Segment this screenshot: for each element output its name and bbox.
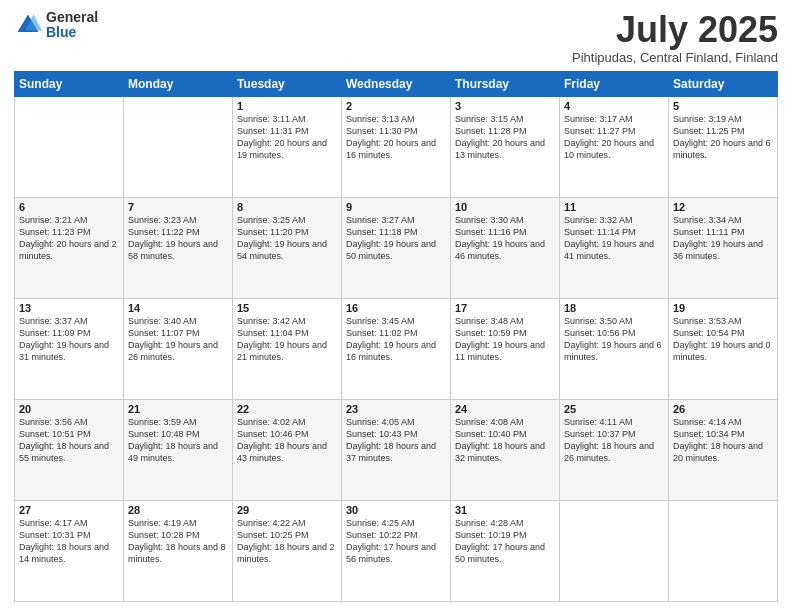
calendar-cell: 9Sunrise: 3:27 AM Sunset: 11:18 PM Dayli… (342, 197, 451, 298)
day-number: 5 (673, 100, 773, 112)
calendar-header-sunday: Sunday (15, 71, 124, 96)
day-number: 7 (128, 201, 228, 213)
logo-text: General Blue (46, 10, 98, 41)
day-info: Sunrise: 4:14 AM Sunset: 10:34 PM Daylig… (673, 416, 773, 465)
calendar-header-monday: Monday (124, 71, 233, 96)
calendar-cell (669, 500, 778, 601)
calendar-cell: 3Sunrise: 3:15 AM Sunset: 11:28 PM Dayli… (451, 96, 560, 197)
day-info: Sunrise: 3:21 AM Sunset: 11:23 PM Daylig… (19, 214, 119, 263)
title-block: July 2025 Pihtipudas, Central Finland, F… (572, 10, 778, 65)
day-info: Sunrise: 3:53 AM Sunset: 10:54 PM Daylig… (673, 315, 773, 364)
calendar-header-row: SundayMondayTuesdayWednesdayThursdayFrid… (15, 71, 778, 96)
calendar-cell: 14Sunrise: 3:40 AM Sunset: 11:07 PM Dayl… (124, 298, 233, 399)
calendar-cell (15, 96, 124, 197)
day-number: 17 (455, 302, 555, 314)
calendar-week-row: 20Sunrise: 3:56 AM Sunset: 10:51 PM Dayl… (15, 399, 778, 500)
day-info: Sunrise: 3:40 AM Sunset: 11:07 PM Daylig… (128, 315, 228, 364)
calendar-week-row: 13Sunrise: 3:37 AM Sunset: 11:09 PM Dayl… (15, 298, 778, 399)
day-number: 26 (673, 403, 773, 415)
calendar-cell: 25Sunrise: 4:11 AM Sunset: 10:37 PM Dayl… (560, 399, 669, 500)
calendar-cell: 10Sunrise: 3:30 AM Sunset: 11:16 PM Dayl… (451, 197, 560, 298)
calendar-cell: 16Sunrise: 3:45 AM Sunset: 11:02 PM Dayl… (342, 298, 451, 399)
day-number: 1 (237, 100, 337, 112)
day-info: Sunrise: 3:17 AM Sunset: 11:27 PM Daylig… (564, 113, 664, 162)
calendar-cell: 17Sunrise: 3:48 AM Sunset: 10:59 PM Dayl… (451, 298, 560, 399)
calendar-header-friday: Friday (560, 71, 669, 96)
calendar-cell: 20Sunrise: 3:56 AM Sunset: 10:51 PM Dayl… (15, 399, 124, 500)
day-number: 16 (346, 302, 446, 314)
calendar-cell: 1Sunrise: 3:11 AM Sunset: 11:31 PM Dayli… (233, 96, 342, 197)
day-info: Sunrise: 3:59 AM Sunset: 10:48 PM Daylig… (128, 416, 228, 465)
day-info: Sunrise: 3:30 AM Sunset: 11:16 PM Daylig… (455, 214, 555, 263)
day-info: Sunrise: 4:19 AM Sunset: 10:28 PM Daylig… (128, 517, 228, 566)
day-info: Sunrise: 4:02 AM Sunset: 10:46 PM Daylig… (237, 416, 337, 465)
day-info: Sunrise: 3:50 AM Sunset: 10:56 PM Daylig… (564, 315, 664, 364)
calendar-cell: 28Sunrise: 4:19 AM Sunset: 10:28 PM Dayl… (124, 500, 233, 601)
calendar-table: SundayMondayTuesdayWednesdayThursdayFrid… (14, 71, 778, 602)
day-info: Sunrise: 3:11 AM Sunset: 11:31 PM Daylig… (237, 113, 337, 162)
day-number: 23 (346, 403, 446, 415)
day-number: 4 (564, 100, 664, 112)
calendar-cell: 12Sunrise: 3:34 AM Sunset: 11:11 PM Dayl… (669, 197, 778, 298)
calendar-cell: 26Sunrise: 4:14 AM Sunset: 10:34 PM Dayl… (669, 399, 778, 500)
day-info: Sunrise: 3:19 AM Sunset: 11:25 PM Daylig… (673, 113, 773, 162)
day-info: Sunrise: 4:05 AM Sunset: 10:43 PM Daylig… (346, 416, 446, 465)
calendar-week-row: 6Sunrise: 3:21 AM Sunset: 11:23 PM Dayli… (15, 197, 778, 298)
day-info: Sunrise: 3:25 AM Sunset: 11:20 PM Daylig… (237, 214, 337, 263)
day-number: 3 (455, 100, 555, 112)
day-number: 12 (673, 201, 773, 213)
day-info: Sunrise: 3:13 AM Sunset: 11:30 PM Daylig… (346, 113, 446, 162)
calendar-cell: 27Sunrise: 4:17 AM Sunset: 10:31 PM Dayl… (15, 500, 124, 601)
calendar-header-thursday: Thursday (451, 71, 560, 96)
day-number: 20 (19, 403, 119, 415)
calendar-cell: 2Sunrise: 3:13 AM Sunset: 11:30 PM Dayli… (342, 96, 451, 197)
day-info: Sunrise: 3:42 AM Sunset: 11:04 PM Daylig… (237, 315, 337, 364)
page: General Blue July 2025 Pihtipudas, Centr… (0, 0, 792, 612)
calendar-cell: 11Sunrise: 3:32 AM Sunset: 11:14 PM Dayl… (560, 197, 669, 298)
calendar-cell: 29Sunrise: 4:22 AM Sunset: 10:25 PM Dayl… (233, 500, 342, 601)
calendar-cell: 6Sunrise: 3:21 AM Sunset: 11:23 PM Dayli… (15, 197, 124, 298)
header: General Blue July 2025 Pihtipudas, Centr… (14, 10, 778, 65)
day-info: Sunrise: 4:17 AM Sunset: 10:31 PM Daylig… (19, 517, 119, 566)
day-number: 27 (19, 504, 119, 516)
calendar-week-row: 27Sunrise: 4:17 AM Sunset: 10:31 PM Dayl… (15, 500, 778, 601)
day-number: 14 (128, 302, 228, 314)
calendar-cell: 23Sunrise: 4:05 AM Sunset: 10:43 PM Dayl… (342, 399, 451, 500)
day-number: 24 (455, 403, 555, 415)
calendar-cell: 30Sunrise: 4:25 AM Sunset: 10:22 PM Dayl… (342, 500, 451, 601)
day-number: 19 (673, 302, 773, 314)
calendar-cell: 21Sunrise: 3:59 AM Sunset: 10:48 PM Dayl… (124, 399, 233, 500)
calendar-week-row: 1Sunrise: 3:11 AM Sunset: 11:31 PM Dayli… (15, 96, 778, 197)
day-number: 10 (455, 201, 555, 213)
logo: General Blue (14, 10, 98, 41)
day-number: 25 (564, 403, 664, 415)
calendar-cell: 15Sunrise: 3:42 AM Sunset: 11:04 PM Dayl… (233, 298, 342, 399)
calendar-cell: 24Sunrise: 4:08 AM Sunset: 10:40 PM Dayl… (451, 399, 560, 500)
day-number: 15 (237, 302, 337, 314)
day-info: Sunrise: 3:23 AM Sunset: 11:22 PM Daylig… (128, 214, 228, 263)
day-number: 9 (346, 201, 446, 213)
logo-icon (14, 11, 42, 39)
day-info: Sunrise: 3:32 AM Sunset: 11:14 PM Daylig… (564, 214, 664, 263)
calendar-cell: 8Sunrise: 3:25 AM Sunset: 11:20 PM Dayli… (233, 197, 342, 298)
day-number: 6 (19, 201, 119, 213)
day-number: 8 (237, 201, 337, 213)
logo-general: General (46, 10, 98, 25)
subtitle: Pihtipudas, Central Finland, Finland (572, 50, 778, 65)
day-number: 21 (128, 403, 228, 415)
day-info: Sunrise: 4:08 AM Sunset: 10:40 PM Daylig… (455, 416, 555, 465)
day-info: Sunrise: 3:45 AM Sunset: 11:02 PM Daylig… (346, 315, 446, 364)
day-info: Sunrise: 3:15 AM Sunset: 11:28 PM Daylig… (455, 113, 555, 162)
day-info: Sunrise: 3:48 AM Sunset: 10:59 PM Daylig… (455, 315, 555, 364)
calendar-cell: 18Sunrise: 3:50 AM Sunset: 10:56 PM Dayl… (560, 298, 669, 399)
day-info: Sunrise: 4:28 AM Sunset: 10:19 PM Daylig… (455, 517, 555, 566)
calendar-cell: 22Sunrise: 4:02 AM Sunset: 10:46 PM Dayl… (233, 399, 342, 500)
day-info: Sunrise: 4:22 AM Sunset: 10:25 PM Daylig… (237, 517, 337, 566)
day-info: Sunrise: 3:37 AM Sunset: 11:09 PM Daylig… (19, 315, 119, 364)
day-info: Sunrise: 3:34 AM Sunset: 11:11 PM Daylig… (673, 214, 773, 263)
calendar-cell: 7Sunrise: 3:23 AM Sunset: 11:22 PM Dayli… (124, 197, 233, 298)
day-number: 11 (564, 201, 664, 213)
day-info: Sunrise: 4:25 AM Sunset: 10:22 PM Daylig… (346, 517, 446, 566)
calendar-cell: 13Sunrise: 3:37 AM Sunset: 11:09 PM Dayl… (15, 298, 124, 399)
calendar-cell: 31Sunrise: 4:28 AM Sunset: 10:19 PM Dayl… (451, 500, 560, 601)
